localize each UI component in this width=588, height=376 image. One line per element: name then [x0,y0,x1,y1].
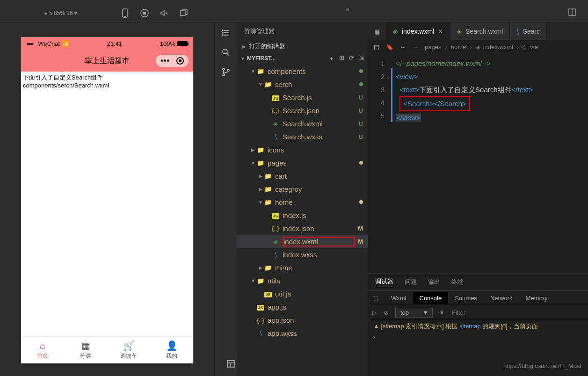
phone-tab-首页[interactable]: ⌂首页 [21,337,64,363]
tab-Search.wxml[interactable]: ◈Search.wxml [450,22,510,40]
tree-index.wxml[interactable]: ◈index.wxmlM [237,235,368,248]
bookmark-icon[interactable]: 🔖 [385,42,394,53]
watermark: https://blog.csdn.net/IT_Most [503,362,581,369]
svg-point-12 [223,49,227,54]
bottom-panel: 调试器问题输出终端 ⬚ WxmlConsoleSourcesNetworkMem… [368,273,588,376]
devtab-Memory[interactable]: Memory [519,292,554,304]
close-icon[interactable]: ✕ [438,28,443,35]
tab-Searc[interactable]: ⟆Searc [510,22,547,40]
devtab-Wxml[interactable]: Wxml [385,292,413,304]
open-editors-section[interactable]: ▶打开的编辑器 [237,40,368,52]
panel-tab-问题[interactable]: 问题 [405,278,417,286]
forward-icon[interactable]: → [412,42,420,53]
more-icon[interactable]: ••• [160,57,170,65]
tree-pages[interactable]: ▼📁pages [237,156,368,169]
phone-time: 21:41 [107,40,123,47]
breadcrumb-index.wxml[interactable]: ◈ index.wxml [476,43,513,51]
svg-line-13 [227,53,229,56]
new-folder-icon[interactable]: ⊞ [339,54,344,63]
stop-icon[interactable] [138,7,151,20]
tree-index.json[interactable]: {..}index.jsonM [237,222,368,235]
tree-Search.js[interactable]: JSSearch.jsU [237,91,368,104]
breadcrumb-home[interactable]: home [451,43,466,51]
breadcrumb-vie[interactable]: ◇ vie [523,43,538,51]
phone-statusbar: ••••• WeChat📶 21:41 100% [21,37,193,50]
tree-index.js[interactable]: JSindex.js [237,209,368,222]
devtab-Network[interactable]: Network [484,292,519,304]
devtab-Sources[interactable]: Sources [448,292,484,304]
list-icon[interactable] [220,27,232,38]
refresh-icon[interactable]: ⟳ [349,54,354,63]
layout-icon[interactable] [225,358,237,369]
console-prompt[interactable]: › [373,333,582,340]
svg-rect-17 [227,361,235,367]
outline-icon[interactable]: ▤ [372,42,381,53]
tree-utils[interactable]: ▼📁utils [237,274,368,287]
editor-area: ▤ ◈index.wxml✕◈Search.wxml⟆Searc ▤ 🔖 ← →… [368,22,588,376]
tab-pre-icon[interactable]: ▤ [368,22,386,40]
sitemap-link[interactable]: sitemap [459,323,481,330]
window-icon[interactable] [177,7,190,20]
filter-input[interactable] [452,309,583,316]
simulator-panel: ••••• WeChat📶 21:41 100% 掌上生活超市 ••• 下面引入… [0,22,214,376]
tree-Search.wxss[interactable]: ⟆Search.wxssU [237,130,368,143]
context-select[interactable]: top▼ [395,308,433,318]
svg-point-10 [222,32,223,33]
back-icon[interactable]: ← [399,42,407,53]
svg-point-15 [223,74,225,76]
tree-categroy[interactable]: ▶📁categroy [237,182,368,195]
svg-point-16 [227,69,229,71]
panel-tab-调试器[interactable]: 调试器 [375,277,393,287]
tree-Search.json[interactable]: {..}Search.jsonU [237,104,368,117]
phone-tab-分类[interactable]: ▦分类 [64,337,107,363]
tab-index.wxml[interactable]: ◈index.wxml✕ [386,22,450,40]
battery-icon [177,41,188,46]
tree-mime[interactable]: ▶📁mime [237,261,368,274]
tree-cart[interactable]: ▶📁cart [237,169,368,182]
collapse-icon[interactable]: ⇲ [359,54,364,63]
inspect-icon[interactable]: ⬚ [372,295,378,302]
tree-app.wxss[interactable]: ⟆app.wxss [237,326,368,340]
split-icon[interactable] [566,6,579,19]
devtools-toolbar: ▷ ⊘ top▼ 👁 [368,305,588,320]
search-icon[interactable] [220,47,232,58]
clear-icon[interactable]: ⊘ [384,309,389,316]
tree-home[interactable]: ▼📁home [237,195,368,209]
panel-tabs: 调试器问题输出终端 [368,274,588,290]
tree-serch[interactable]: ▼📁serch [237,78,368,91]
explorer-panel: 资源管理器 ▶打开的编辑器 ▼ MYFIRST... ＋ ⊞ ⟳ ⇲ ▼📁com… [237,22,368,376]
tree-icons[interactable]: ▶📁icons [237,143,368,156]
compile-status: e 5 85% 16 ▾ [44,10,77,16]
breadcrumb-pages[interactable]: pages [425,43,441,51]
device-icon[interactable] [118,7,131,20]
tree-app.json[interactable]: {..}app.json [237,313,368,326]
play-icon[interactable]: ▷ [372,309,377,316]
tree-components[interactable]: ▼📁components [237,65,368,78]
signal-dots: ••••• [27,40,33,47]
code-editor[interactable]: ⌄12345 <!--pages/home/index.wxml--><view… [368,54,588,273]
svg-rect-5 [181,11,185,15]
panel-tab-终端[interactable]: 终端 [451,278,464,286]
close-capsule-icon[interactable] [176,57,184,65]
capsule-button[interactable]: ••• [156,55,189,67]
tree-Search.wxml[interactable]: ◈Search.wxmlU [237,117,368,130]
phone-tab-我的[interactable]: 👤我的 [150,337,193,363]
phone-tab-购物车[interactable]: 🛒购物车 [107,337,150,363]
branch-icon[interactable] [220,66,232,78]
tree-index.wxss[interactable]: ⟆index.wxss [237,248,368,261]
file-tree: ▼📁components▼📁serchJSSearch.jsU{..}Searc… [237,65,368,376]
svg-point-14 [223,68,225,70]
wifi-icon: 📶 [62,40,69,47]
tree-util.js[interactable]: JSutil.js [237,287,368,300]
svg-point-9 [222,30,223,31]
eye-icon[interactable]: 👁 [439,309,445,316]
phone-tabbar: ⌂首页▦分类🛒购物车👤我的 [21,336,193,363]
devtab-Console[interactable]: Console [413,292,449,304]
mute-icon[interactable] [158,7,171,20]
devtools-tabs: ⬚ WxmlConsoleSourcesNetworkMemory [368,290,588,305]
project-header[interactable]: ▼ MYFIRST... ＋ ⊞ ⟳ ⇲ [237,52,368,65]
activity-bar [214,22,237,376]
tree-app.js[interactable]: JSapp.js [237,300,368,313]
panel-tab-输出[interactable]: 输出 [428,278,440,286]
new-file-icon[interactable]: ＋ [328,54,334,63]
